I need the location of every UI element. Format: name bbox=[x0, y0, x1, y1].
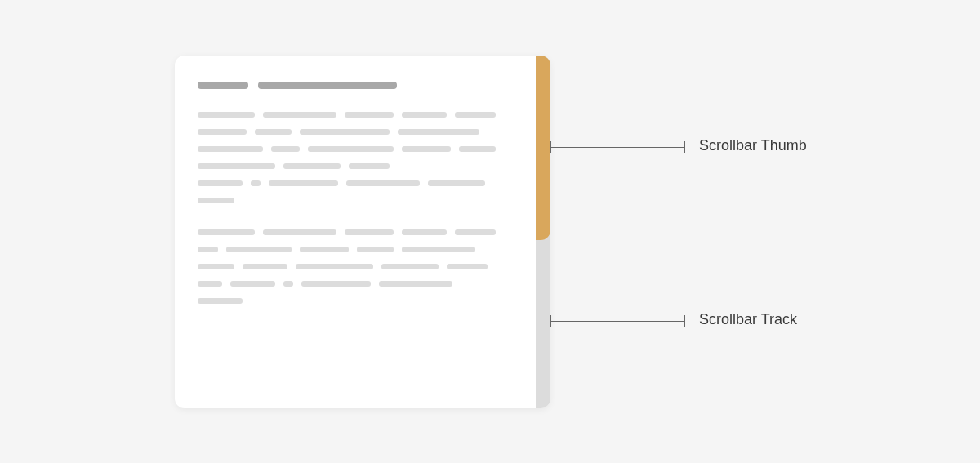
callout-cap bbox=[684, 141, 685, 153]
placeholder-text-line bbox=[198, 146, 513, 152]
placeholder-text-line bbox=[198, 264, 513, 269]
placeholder-text-bar bbox=[198, 129, 247, 135]
placeholder-text-bar bbox=[263, 229, 336, 235]
callout-label-track: Scrollbar Track bbox=[699, 311, 797, 328]
placeholder-text-bar bbox=[283, 163, 341, 169]
placeholder-text-line bbox=[198, 247, 513, 252]
placeholder-text-bar bbox=[398, 129, 479, 135]
placeholder-text-bar bbox=[263, 112, 336, 118]
placeholder-text-bar bbox=[296, 264, 373, 269]
placeholder-text-bar bbox=[447, 264, 488, 269]
placeholder-text-bar bbox=[345, 229, 394, 235]
scrollbar-track[interactable] bbox=[536, 56, 550, 408]
placeholder-text-bar bbox=[198, 112, 255, 118]
placeholder-text-bar bbox=[346, 180, 420, 186]
placeholder-text-line bbox=[198, 281, 513, 287]
placeholder-text-bar bbox=[428, 180, 485, 186]
callout-cap bbox=[550, 315, 551, 327]
placeholder-text-bar bbox=[308, 146, 394, 152]
placeholder-heading-row bbox=[198, 82, 513, 89]
placeholder-text-bar bbox=[455, 229, 496, 235]
placeholder-text-line bbox=[198, 298, 513, 304]
placeholder-text-bar bbox=[198, 264, 234, 269]
placeholder-text-bar bbox=[198, 180, 243, 186]
placeholder-text-bar bbox=[198, 247, 218, 252]
placeholder-text-line bbox=[198, 229, 513, 235]
placeholder-text-bar bbox=[283, 281, 293, 287]
content-panel bbox=[175, 56, 550, 408]
placeholder-text-bar bbox=[198, 198, 234, 203]
placeholder-text-line bbox=[198, 180, 513, 186]
placeholder-text-bar bbox=[402, 247, 475, 252]
placeholder-text-bar bbox=[230, 281, 275, 287]
placeholder-text-bar bbox=[345, 112, 394, 118]
placeholder-text-bar bbox=[198, 229, 255, 235]
callout-cap bbox=[684, 315, 685, 327]
scrollbar-thumb[interactable] bbox=[536, 56, 550, 240]
callout-line-track bbox=[550, 321, 684, 322]
placeholder-text-bar bbox=[349, 163, 390, 169]
paragraph-gap bbox=[198, 215, 513, 229]
callout-cap bbox=[550, 141, 551, 153]
placeholder-text-bar bbox=[198, 298, 243, 304]
placeholder-text-bar bbox=[379, 281, 452, 287]
placeholder-text-bar bbox=[455, 112, 496, 118]
placeholder-text-line bbox=[198, 163, 513, 169]
placeholder-text-line bbox=[198, 198, 513, 203]
placeholder-text-line bbox=[198, 112, 513, 118]
placeholder-text-bar bbox=[251, 180, 261, 186]
placeholder-heading-bar bbox=[258, 82, 397, 89]
placeholder-text-bar bbox=[301, 281, 371, 287]
placeholder-text-bar bbox=[198, 281, 222, 287]
placeholder-text-bar bbox=[300, 129, 390, 135]
placeholder-text-bar bbox=[226, 247, 292, 252]
placeholder-text-bar bbox=[402, 229, 447, 235]
placeholder-text-bar bbox=[381, 264, 439, 269]
placeholder-text-bar bbox=[300, 247, 349, 252]
content-area bbox=[175, 56, 536, 408]
placeholder-text-bar bbox=[459, 146, 496, 152]
placeholder-text-line bbox=[198, 129, 513, 135]
placeholder-text-bar bbox=[271, 146, 300, 152]
placeholder-heading-bar bbox=[198, 82, 248, 89]
placeholder-text-bar bbox=[243, 264, 287, 269]
placeholder-text-bar bbox=[402, 146, 451, 152]
placeholder-text-bar bbox=[198, 163, 275, 169]
callout-line-thumb bbox=[550, 147, 684, 148]
placeholder-text-bar bbox=[269, 180, 338, 186]
callout-label-thumb: Scrollbar Thumb bbox=[699, 137, 807, 154]
placeholder-text-bar bbox=[402, 112, 447, 118]
placeholder-text-bar bbox=[255, 129, 292, 135]
placeholder-text-bar bbox=[357, 247, 394, 252]
placeholder-text-bar bbox=[198, 146, 263, 152]
